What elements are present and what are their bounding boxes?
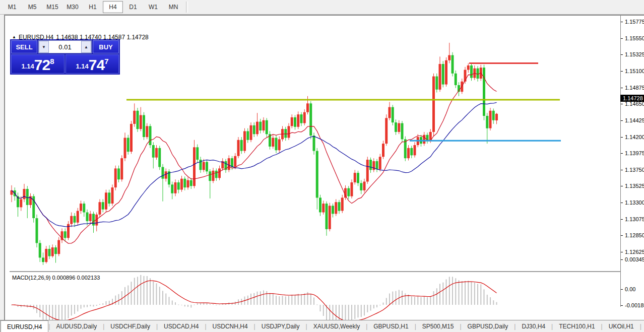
- timeframe-toolbar: M1M5M15M30H1H4D1W1MN: [0, 0, 644, 15]
- macd-indicator-pane[interactable]: [10, 272, 625, 322]
- chart-tab-xauusd-weekly[interactable]: XAUUSD,Weekly: [307, 320, 366, 332]
- toolbar-separator: [186, 2, 188, 13]
- macd-indicator-label: MACD(12,26,9) 0.000896 0.002133: [12, 275, 100, 281]
- price-axis-label: 1.15100: [625, 68, 644, 74]
- macd-axis-label: 0.003452: [625, 256, 644, 262]
- price-axis-tick: [621, 54, 623, 55]
- timeframe-button-h1[interactable]: H1: [83, 1, 103, 13]
- chart-tab-audusd-daily[interactable]: AUDUSD,Daily: [50, 320, 103, 332]
- macd-axis-tick: [621, 289, 623, 290]
- price-axis-tick: [621, 153, 623, 154]
- collapse-arrow-icon[interactable]: ▲: [12, 35, 16, 39]
- lot-size-control: ▼ ▲: [38, 40, 92, 53]
- chart-tab-usdjpy-daily[interactable]: USDJPY,Daily: [255, 320, 306, 332]
- current-price-tag: 1.14728: [620, 95, 644, 102]
- sell-button[interactable]: SELL: [11, 40, 37, 53]
- price-axis-tick: [621, 137, 623, 138]
- candles-layer: [11, 43, 498, 265]
- ma-fast-line: [12, 73, 497, 243]
- chart-tabs-bar: EURUSD,H4|AUDUSD,Daily|USDCHF,Daily|USDC…: [0, 320, 644, 332]
- chart-tab-sp500-m15[interactable]: SP500,M15: [416, 320, 460, 332]
- chart-tab-usdcnh-h4[interactable]: USDCNH,H4: [207, 320, 254, 332]
- macd-histogram: [11, 275, 497, 322]
- price-axis-label: 1.14425: [625, 117, 644, 123]
- price-axis-tick: [621, 88, 623, 88]
- price-axis-tick: [621, 219, 623, 220]
- macd-axis-tick: [621, 259, 623, 260]
- buy-price-display[interactable]: 1.14 74 7: [66, 54, 119, 74]
- price-axis-tick: [621, 252, 623, 252]
- price-axis-label: 1.14650: [625, 101, 644, 107]
- lot-decrease-button[interactable]: ▼: [39, 41, 49, 53]
- price-axis-tick: [621, 38, 623, 39]
- macd-chart-canvas[interactable]: [10, 272, 625, 322]
- price-axis-tick: [621, 235, 623, 236]
- price-axis-tick: [621, 71, 623, 72]
- chart-tab-tech100-h1[interactable]: TECH100,H1: [553, 320, 601, 332]
- price-axis-label: 1.13525: [625, 183, 644, 189]
- price-axis-tick: [621, 186, 623, 186]
- price-axis-label: 1.12625: [625, 249, 644, 255]
- chart-window: ▲ EURUSD,H4 1.14638 1.14740 1.14587 1.14…: [4, 15, 644, 320]
- price-axis-label: 1.13075: [625, 216, 644, 222]
- timeframe-button-m15[interactable]: M15: [42, 1, 62, 13]
- buy-price-big-digits: 74: [89, 58, 104, 72]
- price-axis-label: 1.13750: [625, 167, 644, 173]
- price-axis-label: 1.13300: [625, 200, 644, 206]
- sell-price-big-digits: 72: [34, 58, 50, 72]
- one-click-trading-panel: SELL ▼ ▲ BUY 1.14 72 8 1.14 74 7: [10, 39, 120, 75]
- price-axis-tick: [621, 22, 623, 22]
- price-axis-label: 1.15325: [625, 51, 644, 57]
- macd-axis-tick: [621, 305, 623, 306]
- sell-price-display[interactable]: 1.14 72 8: [11, 54, 65, 74]
- chart-tab-gbpusd-daily[interactable]: GBPUSD,Daily: [462, 320, 514, 332]
- chart-tab-usdcad-h4[interactable]: USDCAD,H4: [158, 320, 205, 332]
- timeframe-button-d1[interactable]: D1: [123, 1, 143, 13]
- timeframe-button-mn[interactable]: MN: [163, 1, 183, 13]
- price-axis-label: 1.14200: [625, 134, 644, 140]
- price-axis-label: 1.14875: [625, 85, 644, 91]
- price-axis-tick: [621, 104, 623, 104]
- timeframe-button-m30[interactable]: M30: [62, 1, 83, 13]
- price-axis[interactable]: 1.157751.155501.153251.151001.148751.146…: [620, 16, 644, 307]
- sell-price-pip-digit: 8: [50, 57, 54, 65]
- price-axis-tick: [621, 203, 623, 203]
- timeframe-button-w1[interactable]: W1: [143, 1, 163, 13]
- price-axis-label: 1.12850: [625, 232, 644, 238]
- chart-tab-ukoil-h1[interactable]: UKOil,H1: [603, 320, 640, 332]
- macd-axis-label: 0.00: [625, 286, 635, 292]
- chart-tab-usdchf-daily[interactable]: USDCHF,Daily: [104, 320, 156, 332]
- sell-price-prefix: 1.14: [21, 62, 34, 70]
- price-axis-label: 1.15775: [625, 19, 644, 25]
- price-axis-tick: [621, 120, 623, 121]
- buy-button[interactable]: BUY: [93, 40, 119, 53]
- buy-price-prefix: 1.14: [76, 62, 88, 70]
- timeframe-button-h4[interactable]: H4: [103, 1, 123, 13]
- chart-tab-gbpusd-h1[interactable]: GBPUSD,H1: [367, 320, 414, 332]
- timeframe-button-m5[interactable]: M5: [22, 1, 42, 13]
- chart-tab-dj30-h4[interactable]: DJ30,H4: [516, 320, 551, 332]
- macd-axis-label: -0.001851: [625, 302, 644, 308]
- chart-tab-u[interactable]: U: [641, 320, 644, 332]
- chart-tab-eurusd-h4[interactable]: EURUSD,H4: [1, 320, 48, 332]
- timeframe-button-m1[interactable]: M1: [2, 1, 22, 13]
- lot-size-input[interactable]: [49, 41, 81, 53]
- price-axis-label: 1.13975: [625, 150, 644, 156]
- lot-increase-button[interactable]: ▲: [81, 41, 91, 53]
- price-axis-label: 1.15550: [625, 35, 644, 41]
- mt4-terminal: { "toolbar": { "timeframes": ["M1","M5",…: [0, 0, 644, 332]
- buy-price-pip-digit: 7: [104, 57, 108, 65]
- price-axis-tick: [621, 170, 623, 170]
